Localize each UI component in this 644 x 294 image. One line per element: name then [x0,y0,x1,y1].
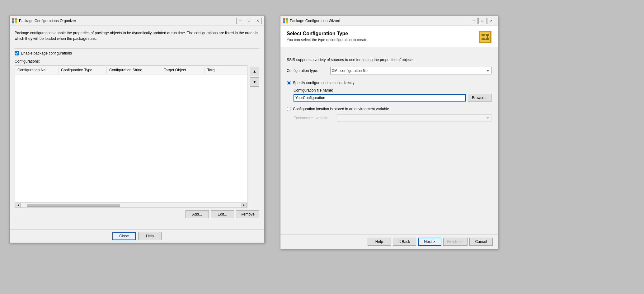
windows-logo-icon [12,18,17,23]
right-title-bar-controls: ─ □ ✕ [470,18,495,24]
left-window-content: Package configurations enable the proper… [10,26,264,229]
close-icon: ✕ [256,19,259,22]
wizard-header: Select Configuration Type You can select… [280,26,498,47]
configurations-label: Configurations: [15,59,259,64]
wizard-body-description: SSIS supports a variety of sources to us… [287,58,491,62]
configurations-table: Configuration Na... Configuration Type C… [15,65,247,208]
svg-rect-2 [12,21,14,23]
left-arrow-icon: ◄ [17,204,19,206]
radio-group: Specify configuration settings directly … [287,81,491,126]
add-button[interactable]: Add... [186,210,209,218]
wizard-body: SSIS supports a variety of sources to us… [280,53,498,234]
wizard-next-button[interactable]: Next > [418,238,441,246]
radio-direct-row: Specify configuration settings directly [287,81,491,85]
package-configuration-wizard-window: Package Configuration Wizard ─ □ ✕ Selec… [280,16,498,249]
action-buttons-row: Add... Edit... Remove [15,208,259,220]
col-header-config-type: Configuration Type [59,67,107,74]
config-file-name-subform: Configuration file name: Browse... [294,88,491,102]
right-maximize-button[interactable]: □ [478,18,487,24]
radio-specify-directly-label[interactable]: Specify configuration settings directly [293,81,354,85]
browse-button[interactable]: Browse... [468,94,491,102]
maximize-icon: □ [248,19,250,22]
scrollbar-track[interactable] [21,204,242,207]
env-variable-subform: Environment variable: [294,114,491,122]
wizard-finish-button[interactable]: Finish >>| [443,238,468,246]
wizard-footer: Help < Back Next > Finish >>| Cancel [280,234,498,249]
config-file-name-input[interactable] [294,94,466,102]
col-header-target-object: Target Object [161,67,205,74]
move-up-button[interactable]: ▲ [250,67,259,76]
remove-button[interactable]: Remove [236,210,259,218]
enable-configurations-checkbox[interactable] [15,51,19,55]
title-bar-controls: ─ □ ✕ [236,18,262,24]
horizontal-scrollbar[interactable]: ◄ ► [15,202,247,207]
right-arrow-icon: ► [243,204,245,206]
right-title-bar-left: Package Configuration Wizard [283,18,340,23]
col-header-config-string: Configuration String [107,67,161,74]
table-header: Configuration Na... Configuration Type C… [15,66,247,74]
svg-rect-4 [283,18,285,21]
wizard-header-text: Select Configuration Type You can select… [287,31,368,42]
svg-rect-1 [15,18,17,21]
left-window-title: Package Configurations Organizer [19,19,76,23]
table-body[interactable] [15,74,247,202]
col-header-config-name: Configuration Na... [15,67,59,74]
config-file-name-input-row: Browse... [294,94,491,102]
config-type-label: Configuration type: [287,69,330,73]
wizard-cancel-button[interactable]: Cancel [469,238,493,246]
right-windows-logo-icon [283,18,288,23]
scrollbar-thumb[interactable] [27,204,120,207]
right-minimize-button[interactable]: ─ [470,18,478,24]
col-header-target: Targ [205,67,247,74]
right-window-title: Package Configuration Wizard [290,19,340,23]
wizard-header-divider [280,50,498,50]
config-file-name-label: Configuration file name: [294,88,491,92]
svg-rect-8 [480,32,490,42]
wizard-step-subtitle: You can select the type of configuration… [287,38,368,42]
svg-rect-7 [286,21,288,23]
enable-configurations-label[interactable]: Enable package configurations [21,51,72,55]
move-down-button[interactable]: ▼ [250,77,259,87]
right-minimize-icon: ─ [472,19,475,22]
env-variable-row: Environment variable: [294,114,491,122]
scroll-left-arrow[interactable]: ◄ [16,203,21,208]
radio-env-variable[interactable] [287,107,291,111]
bottom-divider [15,222,259,222]
edit-button[interactable]: Edit... [211,210,234,218]
env-variable-select[interactable] [337,114,491,122]
package-configurations-organizer-window: Package Configurations Organizer ─ □ ✕ P… [9,16,265,243]
ssis-icon-svg [480,31,491,43]
env-variable-label: Environment variable: [294,116,337,120]
close-button[interactable]: Close [112,232,136,240]
scroll-right-arrow[interactable]: ► [242,203,247,208]
up-arrow-icon: ▲ [253,69,256,74]
config-type-row: Configuration type: XML configuration fi… [287,67,491,74]
svg-rect-11 [482,38,485,40]
title-bar-left: Package Configurations Organizer [12,18,76,23]
right-window-title-bar: Package Configuration Wizard ─ □ ✕ [280,16,498,26]
wizard-icon [479,31,491,43]
wizard-help-button[interactable]: Help [368,238,391,246]
svg-rect-0 [12,18,14,21]
wizard-back-button[interactable]: < Back [393,238,416,246]
minimize-button[interactable]: ─ [236,18,244,24]
radio-env-variable-label[interactable]: Configuration location is stored in an e… [293,107,389,111]
minimize-icon: ─ [239,19,241,22]
left-description: Package configurations enable the proper… [15,30,259,41]
svg-rect-12 [486,38,489,40]
svg-rect-9 [482,34,485,36]
radio-specify-directly[interactable] [287,81,291,85]
down-arrow-icon: ▼ [253,80,256,84]
right-close-icon: ✕ [490,19,492,22]
help-button[interactable]: Help [138,232,162,240]
close-window-button[interactable]: ✕ [254,18,262,24]
svg-rect-3 [15,21,17,23]
radio-env-row: Configuration location is stored in an e… [287,107,491,111]
config-type-select[interactable]: XML configuration file Environment varia… [330,67,491,74]
enable-checkbox-row: Enable package configurations [15,51,259,55]
svg-rect-5 [286,18,288,21]
svg-rect-6 [283,21,285,23]
right-close-window-button[interactable]: ✕ [487,18,495,24]
left-window-title-bar: Package Configurations Organizer ─ □ ✕ [10,16,264,26]
maximize-button[interactable]: □ [245,18,253,24]
